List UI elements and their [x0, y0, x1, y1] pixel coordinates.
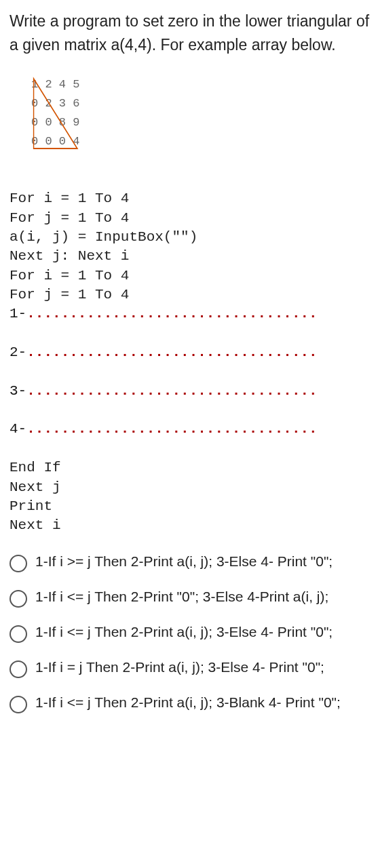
- radio-icon: [10, 660, 27, 678]
- matrix-row: 0 0 8 9: [31, 113, 79, 132]
- code-line: End If: [10, 460, 61, 475]
- blank-line-1: 1-..................................: [10, 304, 370, 323]
- blank-line-3: 3-..................................: [10, 382, 370, 401]
- option-text: 1-If i <= j Then 2-Print "0"; 3-Else 4-P…: [35, 586, 370, 608]
- radio-icon: [10, 555, 27, 572]
- code-line: For j = 1 To 4: [10, 287, 129, 302]
- matrix-row: 0 2 3 6: [31, 94, 79, 113]
- matrix-row: 1 2 4 5: [31, 75, 79, 94]
- radio-icon: [10, 625, 27, 643]
- radio-icon: [10, 696, 27, 713]
- option-text: 1-If i = j Then 2-Print a(i, j); 3-Else …: [35, 656, 370, 678]
- matrix-example: 1 2 4 5 0 2 3 6 0 0 8 9 0 0 0 4: [31, 75, 370, 151]
- code-line: For i = 1 To 4: [10, 191, 129, 206]
- code-line: For i = 1 To 4: [10, 268, 129, 283]
- option-text: 1-If i <= j Then 2-Print a(i, j); 3-Blan…: [35, 692, 370, 713]
- option-2[interactable]: 1-If i <= j Then 2-Print "0"; 3-Else 4-P…: [10, 586, 370, 608]
- option-5[interactable]: 1-If i <= j Then 2-Print a(i, j); 3-Blan…: [10, 692, 370, 713]
- question-text: Write a program to set zero in the lower…: [10, 9, 370, 56]
- option-3[interactable]: 1-If i <= j Then 2-Print a(i, j); 3-Else…: [10, 621, 370, 643]
- code-line: a(i, j) = InputBox(""): [10, 229, 197, 245]
- option-text: 1-If i <= j Then 2-Print a(i, j); 3-Else…: [35, 621, 370, 643]
- code-block: For i = 1 To 4 For j = 1 To 4 a(i, j) = …: [10, 170, 370, 536]
- matrix-row: 0 0 0 4: [31, 132, 79, 151]
- option-4[interactable]: 1-If i = j Then 2-Print a(i, j); 3-Else …: [10, 656, 370, 678]
- option-1[interactable]: 1-If i >= j Then 2-Print a(i, j); 3-Else…: [10, 551, 370, 572]
- option-text: 1-If i >= j Then 2-Print a(i, j); 3-Else…: [35, 551, 370, 572]
- code-line: Next j: [10, 479, 61, 495]
- options-group: 1-If i >= j Then 2-Print a(i, j); 3-Else…: [10, 551, 370, 713]
- code-line: Next i: [10, 517, 61, 533]
- code-line: Next j: Next i: [10, 248, 129, 264]
- code-line: Print: [10, 498, 52, 514]
- blank-line-2: 2-..................................: [10, 343, 370, 362]
- radio-icon: [10, 590, 27, 608]
- code-line: For j = 1 To 4: [10, 210, 129, 226]
- blank-line-4: 4-..................................: [10, 420, 370, 439]
